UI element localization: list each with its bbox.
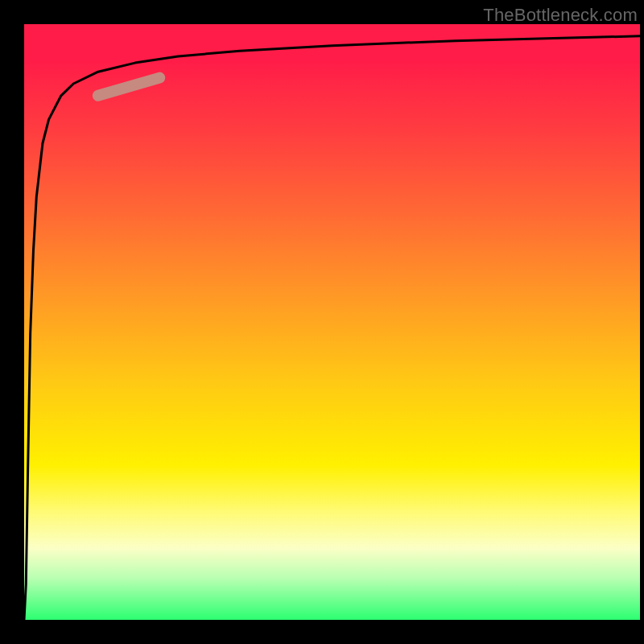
highlight-segment <box>98 78 160 96</box>
chart-container: TheBottleneck.com <box>0 0 644 644</box>
watermark-text: TheBottleneck.com <box>483 5 638 26</box>
plot-area <box>24 24 640 620</box>
axis-bottom-margin <box>0 620 644 644</box>
bottleneck-curve <box>24 36 640 620</box>
axis-left-margin <box>0 24 24 620</box>
curve-svg <box>24 24 640 620</box>
